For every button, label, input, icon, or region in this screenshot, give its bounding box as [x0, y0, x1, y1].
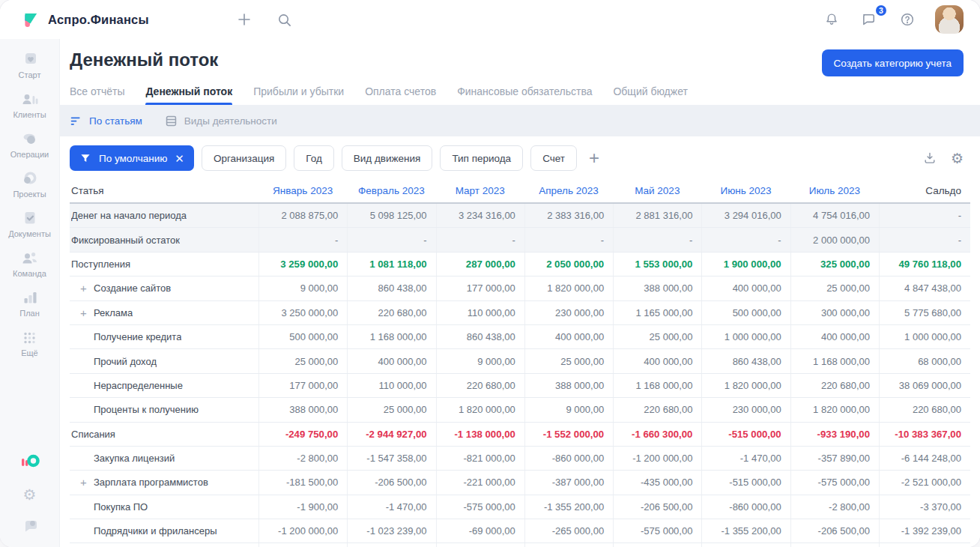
saldo-cell: 38 069 000,00: [879, 374, 970, 397]
column-header-month[interactable]: Январь 2023: [258, 185, 347, 196]
product-logo-icon[interactable]: [19, 453, 40, 472]
value-cell: -: [436, 228, 524, 251]
column-header-month[interactable]: Июль 2023: [790, 185, 879, 196]
report-tab[interactable]: Прибыли и убытки: [253, 85, 344, 105]
expand-icon[interactable]: +: [79, 282, 88, 294]
row-label: Зарплата программистов: [94, 477, 208, 488]
filter-chip[interactable]: Вид движения: [342, 145, 433, 171]
report-tab[interactable]: Финансовые обязательства: [457, 85, 592, 105]
report-tab[interactable]: Оплата счетов: [365, 85, 436, 105]
start-icon: [19, 49, 40, 70]
export-button[interactable]: [922, 151, 937, 166]
sidebar-item-plan[interactable]: План: [8, 288, 51, 318]
value-cell: 3 259 000,00: [258, 253, 347, 276]
active-filter-pill[interactable]: По умолчанию ✕: [70, 145, 194, 171]
value-cell: 400 000,00: [790, 325, 879, 348]
sidebar-item-operations[interactable]: Операции: [8, 129, 51, 159]
notifications-button[interactable]: [819, 7, 844, 32]
saldo-cell: -: [879, 228, 970, 251]
support-chat-icon[interactable]: [21, 517, 39, 535]
value-cell: -515 000,00: [701, 423, 790, 446]
filter-chip[interactable]: Год: [294, 145, 334, 171]
table-row[interactable]: +Покупка ПО-1 900,00-1 470,00-575 000,00…: [70, 495, 970, 519]
table-row[interactable]: +Зарплата программистов-2 800,00-1 547 3…: [70, 543, 970, 547]
brand-icon: [21, 10, 40, 29]
sidebar-item-documents[interactable]: Документы: [8, 208, 51, 238]
value-cell: 3 294 016,00: [701, 204, 790, 227]
value-cell: 9 000,00: [258, 276, 347, 300]
sidebar-item-team[interactable]: Команда: [8, 248, 51, 278]
sidebar-items: Старт Клиенты Операции Проекты Документы…: [8, 49, 51, 367]
table-row[interactable]: Денег на начало периода2 088 875,005 098…: [70, 204, 970, 228]
value-cell: 2 383 316,00: [524, 204, 613, 227]
quick-create-button[interactable]: [232, 7, 257, 32]
value-cell: -821 000,00: [436, 447, 524, 470]
clear-filter-icon[interactable]: ✕: [175, 153, 184, 164]
create-category-button[interactable]: Создать категорию учета: [822, 49, 964, 76]
messages-button[interactable]: 3: [856, 7, 883, 33]
value-cell: -69 000,00: [436, 519, 524, 543]
settings-icon[interactable]: ⚙: [23, 487, 37, 502]
filter-chip[interactable]: Счет: [530, 145, 577, 171]
row-label: Проценты к получению: [94, 404, 199, 415]
help-button[interactable]: [895, 7, 920, 32]
column-header-month[interactable]: Май 2023: [613, 185, 701, 196]
value-cell: -860 000,00: [701, 495, 790, 519]
table-row[interactable]: +Получение кредита500 000,001 168 000,00…: [70, 325, 970, 349]
filter-chip[interactable]: Организация: [202, 145, 286, 171]
value-cell: -575 000,00: [613, 519, 701, 543]
table-row[interactable]: +Зарплата программистов-181 500,00-206 5…: [70, 471, 970, 495]
sidebar-item-start[interactable]: Старт: [8, 49, 51, 79]
stacked-rows-icon: [165, 115, 178, 127]
table-row[interactable]: +Подрядчики и фрилансеры-1 200 000,00-1 …: [70, 519, 970, 543]
column-header-article: Статья: [70, 185, 258, 196]
sidebar-item-projects[interactable]: Проекты: [8, 169, 51, 199]
report-tab[interactable]: Все отчёты: [70, 85, 124, 105]
value-cell: -206 500,00: [790, 519, 879, 543]
column-header-month[interactable]: Апрель 2023: [524, 185, 613, 196]
table-row[interactable]: +Создание сайтов9 000,00860 438,00177 00…: [70, 276, 970, 300]
value-cell: 860 438,00: [701, 349, 790, 372]
view-tab-by-articles[interactable]: По статьям: [70, 115, 142, 127]
value-cell: 110 000,00: [347, 374, 435, 397]
table-row[interactable]: +Реклама3 250 000,00220 680,00110 000,00…: [70, 301, 970, 325]
add-filter-button[interactable]: +: [586, 149, 602, 167]
value-cell: 230 000,00: [701, 398, 790, 421]
sidebar-item-more[interactable]: Ещё: [8, 327, 51, 357]
view-tab-activity-types[interactable]: Виды деятельности: [165, 115, 277, 127]
value-cell: 2 050 000,00: [524, 253, 613, 276]
table-row[interactable]: Списания-249 750,00-2 944 927,00-1 138 0…: [70, 423, 970, 447]
table-row[interactable]: +Нераспределенные177 000,00110 000,00220…: [70, 374, 970, 398]
user-avatar[interactable]: [935, 5, 964, 34]
topbar: Аспро.Финансы: [0, 0, 980, 39]
column-header-month[interactable]: Март 2023: [436, 185, 524, 196]
value-cell: -387 000,00: [524, 471, 613, 494]
expand-icon[interactable]: +: [79, 476, 88, 489]
table-row[interactable]: +Проценты к получению388 000,0025 000,00…: [70, 398, 970, 422]
table-row[interactable]: +Закупка лицензий-2 800,00-1 547 358,00-…: [70, 447, 970, 471]
app-logo[interactable]: Аспро.Финансы: [21, 10, 149, 29]
question-icon: [899, 11, 916, 28]
table-row[interactable]: +Прочий доход25 000,00400 000,009 000,00…: [70, 349, 970, 373]
value-cell: -2 800,00: [258, 447, 347, 470]
value-cell: -435 000,00: [613, 471, 701, 494]
value-cell: 3 250 000,00: [258, 301, 347, 324]
search-button[interactable]: [272, 7, 297, 32]
filter-chip[interactable]: Тип периода: [440, 145, 523, 171]
column-header-month[interactable]: Февраль 2023: [347, 185, 435, 196]
value-cell: 2 881 316,00: [613, 204, 701, 227]
table-body: Денег на начало периода2 088 875,005 098…: [70, 204, 970, 547]
value-cell: 220 680,00: [347, 301, 435, 324]
report-tab[interactable]: Денежный поток: [145, 85, 232, 105]
report-tab[interactable]: Общий бюджет: [613, 85, 687, 105]
sidebar-item-clients[interactable]: Клиенты: [8, 89, 51, 119]
expand-icon[interactable]: +: [79, 306, 88, 319]
value-cell: -181 500,00: [258, 471, 347, 494]
table-row[interactable]: Фиксированный остаток------2 000 000,00-: [70, 228, 970, 252]
column-header-month[interactable]: Июнь 2023: [701, 185, 790, 196]
table-settings-button[interactable]: ⚙: [951, 151, 964, 166]
value-cell: -2 800,00: [258, 543, 347, 547]
table-row[interactable]: Поступления3 259 000,001 081 118,00287 0…: [70, 253, 970, 276]
value-cell: 400 000,00: [347, 349, 435, 372]
view-mode-bar: По статьям Виды деятельности: [60, 105, 980, 136]
